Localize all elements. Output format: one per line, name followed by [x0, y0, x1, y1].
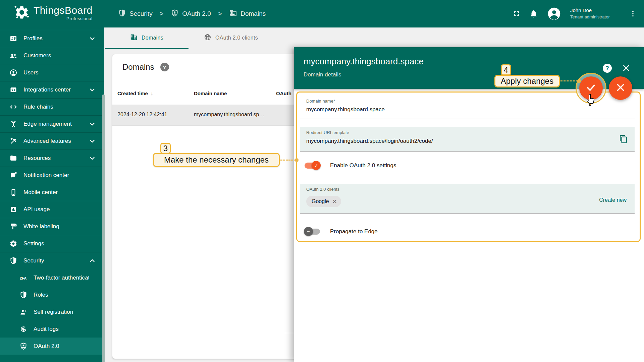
- sidebar-item-advanced-features[interactable]: Advanced features: [0, 132, 104, 149]
- enable-oauth-toggle[interactable]: ✓: [305, 162, 320, 169]
- sidebar-item-label: White labeling: [23, 223, 89, 230]
- sidebar-item-audit-logs[interactable]: Audit logs: [0, 320, 104, 338]
- sidebar-item-self-registration[interactable]: Self registration: [0, 303, 104, 320]
- app-logo[interactable]: ThingsBoard Professional: [14, 5, 93, 21]
- copy-icon[interactable]: [619, 135, 628, 143]
- user-name: John Doe: [570, 7, 621, 14]
- redirect-uri-value: mycompany.thingsboard.space/login/oauth2…: [306, 138, 433, 144]
- cancel-changes-button[interactable]: [609, 76, 632, 100]
- callout-step-3-text: Make the necessary changes: [153, 153, 280, 167]
- sidebar-item-label: Customers: [23, 52, 89, 59]
- sidebar-scrollbar[interactable]: [102, 95, 105, 362]
- sidebar-item-security[interactable]: Security: [0, 252, 104, 269]
- callout-step-3-number: 3: [160, 143, 171, 154]
- thingsboard-app: ThingsBoard Professional Security > OAut…: [0, 0, 644, 362]
- callout-3-anchor-dot: [295, 158, 299, 162]
- sidebar-item-label: Security: [23, 257, 89, 264]
- chevron-down-icon: [89, 137, 96, 145]
- kebab-menu-icon[interactable]: [629, 10, 637, 17]
- breadcrumb-domains[interactable]: Domains: [229, 9, 266, 19]
- breadcrumb-security[interactable]: Security: [118, 9, 153, 19]
- shield-person-icon: [171, 9, 179, 19]
- domain-icon: [130, 34, 138, 42]
- account-circle-icon: [9, 69, 17, 77]
- sidebar-item-label: Users: [23, 69, 89, 76]
- svg-text:2FA: 2FA: [20, 276, 26, 280]
- column-header-oauth[interactable]: OAuth: [276, 90, 291, 96]
- sidebar-item-label: Roles: [34, 292, 89, 298]
- sidebar-item-label: Edge management: [23, 121, 89, 127]
- toggle-check-icon: ✓: [312, 161, 321, 170]
- sidebar-item-profiles[interactable]: Profiles: [0, 30, 104, 47]
- folder-icon: [9, 154, 17, 162]
- chat-bubble-icon: [9, 171, 17, 179]
- sidebar-item-white-labeling[interactable]: White labeling: [0, 218, 104, 235]
- chip-remove-icon[interactable]: ✕: [332, 198, 337, 205]
- chevron-down-icon: [89, 86, 96, 94]
- column-header-domain-name[interactable]: Domain name: [194, 90, 227, 96]
- sort-desc-icon[interactable]: ↓: [151, 90, 153, 96]
- domain-form: Domain name* mycompany.thingsboard.space…: [296, 92, 641, 242]
- sidebar-item-label: Integrations center: [23, 86, 89, 93]
- breadcrumb-oauth[interactable]: OAuth 2.0: [171, 9, 211, 19]
- field-label: Domain name*: [306, 99, 335, 104]
- sidebar-item-integrations-center[interactable]: Integrations center: [0, 81, 104, 98]
- breadcrumb-separator: >: [218, 10, 222, 17]
- tab-oauth-clients[interactable]: OAuth 2.0 clients: [189, 27, 273, 48]
- sidebar-item-label: Two-factor authenticati…: [34, 275, 89, 281]
- sidebar-item-oauth[interactable]: OAuth 2.0: [0, 338, 104, 355]
- track-changes-icon: [19, 325, 28, 333]
- logo-subtitle: Professional: [34, 16, 93, 21]
- sidebar-item-settings[interactable]: Settings: [0, 235, 104, 252]
- sidebar-item-label: Resources: [23, 155, 89, 162]
- shield-icon: [19, 291, 28, 299]
- domain-name-input[interactable]: mycompany.thingsboard.space: [306, 106, 385, 113]
- propagate-edge-toggle[interactable]: −: [305, 228, 320, 235]
- antenna-icon: [9, 120, 17, 128]
- sidebar-item-notification-center[interactable]: Notification center: [0, 167, 104, 184]
- user-info[interactable]: John Doe Tenant administrator: [570, 7, 621, 20]
- avatar[interactable]: [547, 6, 561, 21]
- enable-oauth-row: ✓ Enable OAuth 2.0 settings: [305, 162, 396, 169]
- sidebar-item-two-factor-authentication[interactable]: 2FA Two-factor authenticati…: [0, 269, 104, 286]
- rule-chain-icon: [9, 103, 17, 111]
- sidebar-item-edge-management[interactable]: Edge management: [0, 115, 104, 132]
- sidebar-nav: Profiles Customers Users Integrations ce…: [0, 27, 104, 362]
- propagate-edge-row: − Propagate to Edge: [305, 228, 378, 235]
- smartphone-icon: [9, 188, 17, 196]
- notifications-bell-icon[interactable]: [529, 9, 538, 18]
- tab-label: Domains: [142, 35, 163, 41]
- check-icon: [585, 82, 597, 95]
- sidebar-item-api-usage[interactable]: API usage: [0, 201, 104, 218]
- chevron-up-icon: [89, 257, 96, 264]
- badge-icon: [9, 35, 17, 43]
- redirect-uri-field[interactable]: Redirect URI template mycompany.thingsbo…: [300, 127, 635, 152]
- sidebar-item-label: Profiles: [23, 35, 89, 42]
- thingsboard-logo-icon: [14, 5, 30, 21]
- help-icon[interactable]: ?: [160, 63, 169, 71]
- sidebar-item-label: API usage: [23, 206, 89, 213]
- breadcrumb-label: OAuth 2.0: [182, 10, 211, 17]
- sidebar-item-label: Mobile center: [23, 189, 89, 196]
- sidebar-item-users[interactable]: Users: [0, 64, 104, 81]
- sidebar-item-roles[interactable]: Roles: [0, 286, 104, 303]
- sidebar-item-customers[interactable]: Customers: [0, 47, 104, 64]
- client-chip-google[interactable]: Google ✕: [306, 196, 341, 207]
- tab-domains[interactable]: Domains: [105, 27, 189, 48]
- create-new-link[interactable]: Create new: [599, 197, 627, 203]
- column-header-created-time[interactable]: Created time ↓: [117, 90, 153, 96]
- close-icon[interactable]: [622, 64, 631, 72]
- sidebar-item-mobile-center[interactable]: Mobile center: [0, 184, 104, 201]
- fullscreen-icon[interactable]: [513, 10, 521, 18]
- people-icon: [9, 52, 17, 60]
- chevron-down-icon: [89, 35, 96, 42]
- cell-domain-name: mycompany.thingsboard.sp…: [194, 112, 264, 118]
- callout-step-4-text: Apply changes: [494, 75, 560, 87]
- cell-created-time: 2024-12-20 12:42:41: [117, 112, 167, 118]
- toggle-indeterminate-icon: −: [304, 227, 313, 236]
- person-add-icon: [19, 308, 28, 316]
- logo-title: ThingsBoard: [34, 5, 93, 16]
- help-icon[interactable]: ?: [603, 64, 612, 73]
- sidebar-item-rule-chains[interactable]: Rule chains: [0, 98, 104, 115]
- sidebar-item-resources[interactable]: Resources: [0, 149, 104, 167]
